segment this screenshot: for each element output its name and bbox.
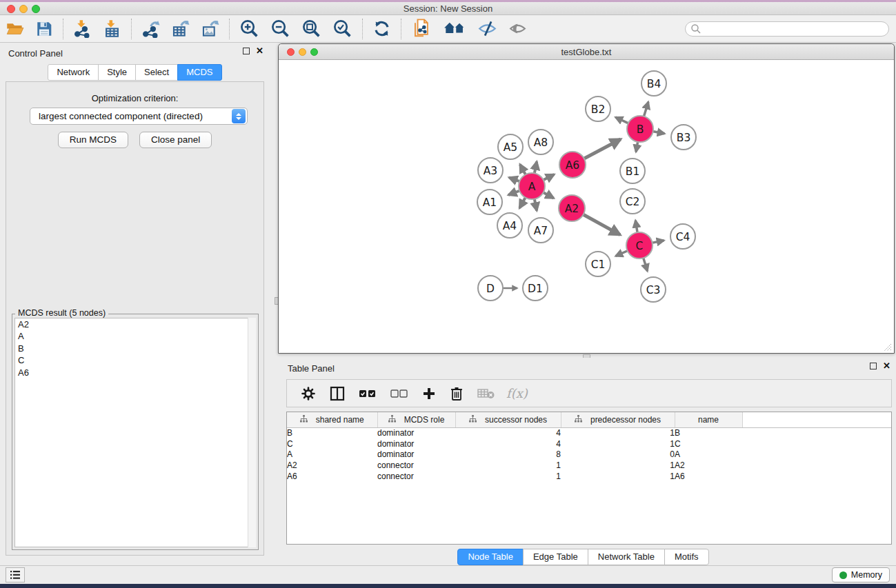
graph-node-B2[interactable]: B2 — [586, 97, 610, 121]
graph-node-B[interactable]: B — [627, 116, 653, 142]
show-graphics-eye-icon[interactable] — [503, 18, 532, 40]
node-table[interactable]: shared nameMCDS rolesuccessor nodesprede… — [286, 412, 892, 545]
graph-node-C4[interactable]: C4 — [670, 224, 695, 249]
zoom-fit-icon[interactable] — [296, 18, 327, 40]
graph-node-A2[interactable]: A2 — [559, 195, 585, 221]
delete-column-icon[interactable] — [443, 386, 470, 401]
graph-node-A3[interactable]: A3 — [478, 158, 503, 183]
select-all-columns-icon[interactable] — [352, 388, 384, 399]
home-icon[interactable] — [438, 18, 472, 40]
graph-edge-C-C3[interactable] — [643, 256, 648, 271]
close-panel-icon[interactable]: ✕ — [256, 48, 263, 54]
delete-table-icon[interactable] — [470, 387, 502, 400]
graph-node-A7[interactable]: A7 — [528, 218, 553, 243]
add-column-icon[interactable] — [415, 387, 443, 401]
show-column-panel-icon[interactable] — [323, 386, 352, 401]
network-canvas[interactable]: AA1A3A4A5A7A8A6A2BB1B2B3B4CC1C2C3C4DD1 — [279, 61, 893, 353]
network-view-window[interactable]: testGlobe.txt AA1A3A4A5A7A8A6A2BB1B2B3B4… — [278, 43, 895, 354]
float-panel-icon[interactable] — [243, 48, 250, 54]
import-network-icon[interactable] — [68, 18, 97, 40]
deselect-all-columns-icon[interactable] — [384, 388, 415, 399]
column-header-predecessor-nodes[interactable]: predecessor nodes — [561, 412, 675, 427]
table-header-row: shared nameMCDS rolesuccessor nodesprede… — [287, 412, 891, 427]
zoom-in-icon[interactable] — [234, 18, 265, 40]
graph-node-A6[interactable]: A6 — [559, 152, 586, 178]
graph-node-D[interactable]: D — [478, 276, 503, 301]
close-panel-button[interactable]: Close panel — [139, 132, 212, 148]
svg-text:A6: A6 — [566, 159, 579, 172]
graph-node-B1[interactable]: B1 — [620, 159, 645, 183]
graph-node-C[interactable]: C — [626, 232, 653, 258]
task-history-button[interactable] — [6, 567, 25, 582]
close-table-panel-icon[interactable]: ✕ — [883, 363, 890, 369]
float-table-panel-icon[interactable] — [870, 363, 877, 369]
graph-node-A8[interactable]: A8 — [528, 130, 553, 154]
tab-select[interactable]: Select — [135, 64, 178, 81]
graph-node-C1[interactable]: C1 — [586, 252, 610, 276]
table-row[interactable]: A6connector11A6 — [287, 471, 891, 482]
column-header-name[interactable]: name — [675, 412, 742, 427]
result-item[interactable]: A6 — [15, 367, 255, 378]
tab-network[interactable]: Network — [48, 64, 99, 81]
result-scrollbar[interactable] — [248, 318, 256, 547]
table-row[interactable]: Cdominator41C — [287, 438, 891, 449]
tab-node-table[interactable]: Node Table — [457, 549, 524, 565]
memory-button[interactable]: Memory — [832, 567, 890, 582]
table-row[interactable]: A2connector11A2 — [287, 460, 891, 471]
select-stepper-icon — [232, 109, 246, 123]
tab-motifs[interactable]: Motifs — [664, 549, 709, 565]
graph-node-B4[interactable]: B4 — [641, 71, 666, 96]
graph-edge-C-C1[interactable] — [616, 250, 629, 256]
graph-node-A1[interactable]: A1 — [477, 190, 502, 214]
graph-node-B3[interactable]: B3 — [671, 125, 696, 150]
window-titlebar[interactable]: Session: New Session — [0, 2, 896, 15]
tab-style[interactable]: Style — [98, 64, 136, 81]
window-resize-grip[interactable] — [882, 342, 892, 352]
zoom-selected-icon[interactable] — [327, 18, 358, 40]
table-row[interactable]: Bdominator41B — [287, 427, 891, 438]
export-network-icon[interactable] — [136, 18, 166, 40]
graph-node-A[interactable]: A — [519, 173, 545, 199]
column-header-shared-name[interactable]: shared name — [287, 412, 377, 427]
table-options-gear-icon[interactable] — [294, 386, 323, 401]
zoom-out-icon[interactable] — [265, 18, 296, 40]
column-type-icon — [469, 415, 477, 425]
graph-edge-B-B4[interactable] — [644, 102, 648, 118]
column-header-successor-nodes[interactable]: successor nodes — [455, 412, 561, 427]
function-builder-icon[interactable]: f(x) — [502, 386, 528, 401]
export-table-icon[interactable] — [166, 18, 195, 40]
tab-mcds[interactable]: MCDS — [177, 64, 221, 81]
hide-panels-eye-icon[interactable] — [472, 18, 503, 40]
result-item[interactable]: B — [15, 343, 255, 354]
open-session-icon[interactable] — [0, 18, 30, 40]
graph-edge-A2-C[interactable] — [582, 214, 620, 234]
graph-node-A5[interactable]: A5 — [498, 134, 523, 159]
search-input[interactable] — [685, 21, 889, 37]
network-window-titlebar[interactable]: testGlobe.txt — [279, 44, 894, 60]
graph-node-C2[interactable]: C2 — [620, 189, 645, 214]
tab-network-table[interactable]: Network Table — [588, 549, 665, 565]
desktop-background-bottom — [0, 584, 896, 588]
import-table-icon[interactable] — [97, 18, 127, 40]
network-graph[interactable]: AA1A3A4A5A7A8A6A2BB1B2B3B4CC1C2C3C4DD1 — [279, 61, 893, 353]
mcds-result-list[interactable]: A2ABCA6 — [14, 318, 256, 547]
clone-network-icon[interactable] — [406, 18, 438, 40]
graph-node-D1[interactable]: D1 — [523, 276, 548, 301]
graph-node-A4[interactable]: A4 — [497, 213, 522, 238]
network-window-title: testGlobe.txt — [279, 47, 894, 57]
svg-text:B2: B2 — [591, 103, 606, 116]
result-item[interactable]: A — [15, 330, 255, 342]
result-item[interactable]: C — [15, 354, 255, 366]
column-header-MCDS-role[interactable]: MCDS role — [377, 412, 455, 427]
result-item[interactable]: A2 — [15, 318, 255, 330]
graph-edge-B-B2[interactable] — [615, 117, 629, 124]
refresh-icon[interactable] — [367, 18, 397, 40]
export-image-icon[interactable] — [195, 18, 225, 40]
optimization-criterion-select[interactable]: largest connected component (directed) — [30, 108, 248, 125]
graph-node-C3[interactable]: C3 — [641, 277, 666, 302]
run-mcds-button[interactable]: Run MCDS — [58, 132, 128, 148]
save-session-icon[interactable] — [30, 18, 59, 40]
graph-edge-A6-B[interactable] — [583, 139, 621, 159]
table-row[interactable]: Adominator80A — [287, 449, 891, 460]
tab-edge-table[interactable]: Edge Table — [523, 549, 588, 565]
